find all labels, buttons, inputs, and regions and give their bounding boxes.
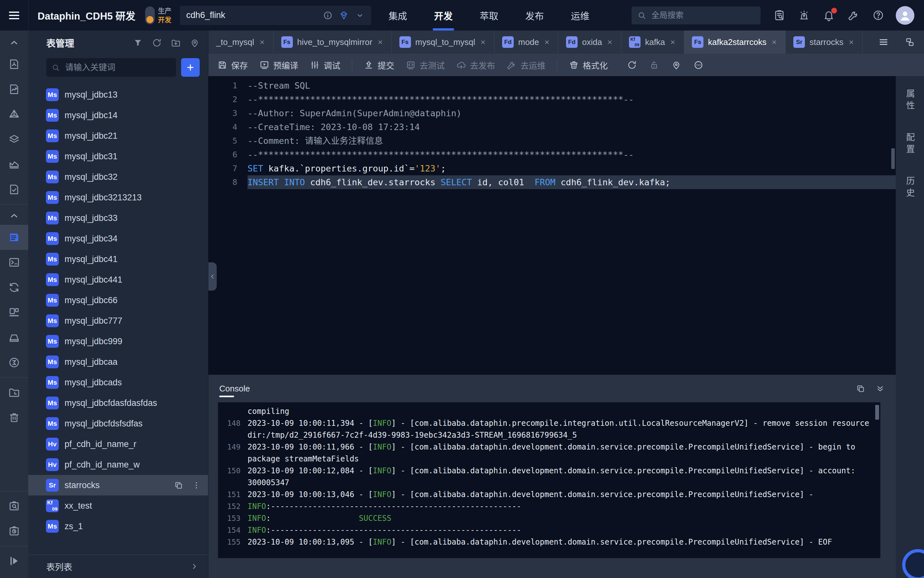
nav-item[interactable]: 开发 [421,0,466,31]
code-line[interactable]: 1--Stream SQL [208,79,896,93]
close-tab-icon[interactable] [669,39,676,45]
code-line[interactable]: 5--Comment: 请输入业务注释信息 [208,134,896,148]
submit-button[interactable]: 提交 [364,59,394,71]
folder-plus-button[interactable] [171,38,181,48]
table-item[interactable]: Msmysql_jdbc441 [28,270,208,290]
table-item[interactable]: Msmysql_jdbc3213213 [28,187,208,208]
refresh-button[interactable] [627,60,637,70]
table-item[interactable]: Srstarrocks [28,475,208,495]
rail-run-button[interactable] [0,549,28,573]
rail-history-button[interactable] [0,519,28,544]
editor-scrollbar[interactable] [891,148,895,169]
copy-icon[interactable] [856,384,865,393]
rail-doc-flow-button[interactable] [0,52,28,77]
env-toggle[interactable]: 生产 开发 [145,6,172,24]
code-line[interactable]: 3--Author: SuperAdmin(SuperAdmin@dataphi… [208,106,896,120]
project-select[interactable]: cdh6_flink [180,6,371,25]
rail-trash-button[interactable] [0,405,28,430]
close-tab-icon[interactable] [606,39,613,45]
code-line[interactable]: 2--*************************************… [208,93,896,106]
filter-button[interactable] [133,38,143,48]
code-line[interactable]: 7SET kafka.`properties.group.id`='123'; [208,162,896,175]
nav-item[interactable]: 集成 [375,0,421,31]
right-panel-tab[interactable]: 属性 [904,89,916,113]
rail-sigma-button[interactable] [0,350,28,375]
split-view-icon[interactable] [905,37,915,47]
lock-open-button[interactable] [649,60,659,70]
tab-list-menu-icon[interactable] [879,37,889,47]
location-pin-button[interactable] [671,60,681,70]
rail-chevron-up-button[interactable] [0,34,28,52]
table-item[interactable]: Msmysql_jdbc999 [28,331,208,352]
console-log[interactable]: compiling1482023-10-09 10:00:11,394 - [I… [218,403,880,558]
editor-tab[interactable]: _to_mysql [208,31,274,54]
table-item[interactable]: Msmysql_jdbcfdsfsdfas [28,413,208,434]
bell-button[interactable] [823,9,835,21]
nav-item[interactable]: 发布 [512,0,558,31]
chevron-down-icon[interactable] [355,11,365,20]
table-item[interactable]: Msmysql_jdbcaa [28,352,208,372]
refresh-button[interactable] [152,38,162,48]
panel-search[interactable] [46,58,176,77]
ellipsis-circle-button[interactable] [694,60,704,70]
table-item[interactable]: Msmysql_jdbc41 [28,249,208,270]
rail-table-manage-button[interactable] [0,225,28,250]
editor-tab[interactable]: Fdoxida [558,31,621,54]
main-menu-button[interactable] [0,0,29,31]
rail-doc-search-button[interactable] [0,494,28,519]
rail-doc-check-button[interactable] [0,177,28,202]
console-tab[interactable]: Console [219,375,250,403]
cloud-publish-button[interactable]: 去发布 [456,59,495,71]
table-item[interactable]: Msmysql_jdbc33 [28,208,208,228]
alarm-button[interactable] [798,9,810,21]
table-list-footer[interactable]: 表列表 [28,555,208,578]
code-test-button[interactable]: 去测试 [406,59,445,71]
table-item[interactable]: Hvpf_cdh_id_name_r [28,434,208,455]
save-button[interactable]: 保存 [217,59,248,71]
debug-button[interactable]: 调试 [310,59,340,71]
table-item[interactable]: Msmysql_jdbc21 [28,125,208,146]
kebab-icon[interactable] [192,481,201,490]
code-line[interactable]: 4--CreateTime: 2023-10-08 17:23:14 [208,120,896,134]
rail-sync-button[interactable] [0,275,28,300]
table-item[interactable]: Msmysql_jdbc777 [28,310,208,331]
rail-tray-button[interactable] [0,325,28,350]
clipboard-search-button[interactable] [773,9,785,21]
console-scrollbar[interactable] [875,405,879,420]
close-tab-icon[interactable] [543,39,550,45]
rail-terminal-button[interactable] [0,250,28,275]
avatar[interactable] [896,6,914,25]
rail-pyramid-button[interactable] [0,102,28,127]
rail-folder-clock-button[interactable] [0,380,28,405]
nav-item[interactable]: 运维 [558,0,603,31]
env-toggle-pill[interactable] [145,6,155,24]
global-search-input[interactable] [651,10,755,20]
right-panel-tab[interactable]: 历史 [904,176,916,200]
rail-chevron-up-button[interactable] [0,207,28,225]
rail-area-chart-button[interactable] [0,152,28,177]
rail-doc-chart-button[interactable] [0,77,28,102]
code-editor[interactable]: 1--Stream SQL2--************************… [208,76,896,375]
wrench-button[interactable] [848,9,859,21]
code-line[interactable]: 8INSERT INTO cdh6_flink_dev.starrocks SE… [208,175,896,189]
rail-dashboard-button[interactable] [0,300,28,325]
nav-item[interactable]: 萃取 [466,0,512,31]
location-pin-button[interactable] [190,38,200,48]
close-tab-icon[interactable] [259,39,266,45]
info-icon[interactable] [323,11,332,20]
help-button[interactable] [872,9,884,21]
global-search[interactable] [632,6,760,24]
close-tab-icon[interactable] [771,39,778,45]
panel-search-input[interactable] [65,62,171,73]
editor-tab[interactable]: Fdmode [494,31,558,54]
table-item[interactable]: Msmysql_jdbc34 [28,228,208,249]
close-tab-icon[interactable] [377,39,384,45]
table-item[interactable]: Msmysql_jdbcads [28,372,208,393]
table-item[interactable]: Msmysql_jdbc31 [28,146,208,167]
format-button[interactable]: 格式化 [569,59,608,71]
add-table-button[interactable] [181,58,200,77]
rail-layers-button[interactable] [0,127,28,152]
table-item[interactable]: Msmysql_jdbcfdasfdasfdas [28,393,208,413]
ops-wrench-button[interactable]: 去运维 [507,59,545,71]
table-item[interactable]: Mszs_1 [28,516,208,537]
